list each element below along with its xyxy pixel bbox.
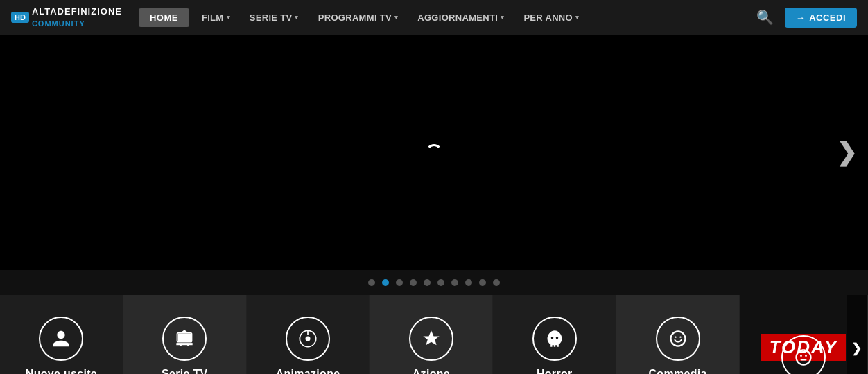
programmi-tv-chevron-icon: ▾ [394,14,398,21]
aggiornamenti-label: AGGIORNAMENTI [417,12,498,23]
slider-dot-8[interactable] [479,279,486,286]
logo-name: ALTADEFINIZIONE [32,6,122,17]
svg-point-5 [306,337,311,341]
genre-icon-thriller [781,335,826,374]
serie-tv-label: SERIE TV [250,12,293,23]
aggiornamenti-menu[interactable]: AGGIORNAMENTI ▾ [410,8,511,27]
slider-dot-4[interactable] [424,279,431,286]
genre-card-azione[interactable]: Azione [370,295,493,374]
per-anno-label: PER ANNO [523,12,573,23]
programmi-tv-menu[interactable]: PROGRAMMI TV ▾ [311,8,405,27]
slider-dot-1[interactable] [382,279,389,286]
logo: HD ALTADEFINIZIONE COMMUNITY [11,6,122,29]
programmi-tv-label: PROGRAMMI TV [318,12,392,23]
genre-row: Nuove uscite Serie TV Animazione [0,295,868,374]
genre-icon-commedia [656,317,700,361]
genre-icon-serie-tv [162,317,207,361]
genre-icon-azione [409,317,453,361]
slider-dot-6[interactable] [451,279,458,286]
logo-text-area: ALTADEFINIZIONE COMMUNITY [32,6,122,29]
logo-hd-badge: HD [11,12,29,23]
slider-dot-9[interactable] [493,279,500,286]
hero-slider: ❯ [0,35,868,270]
genre-label-nuove-uscite: Nuove uscite [26,368,97,374]
slider-dot-2[interactable] [396,279,403,286]
per-anno-chevron-icon: ▾ [575,14,579,21]
search-button[interactable]: 🔍 [751,6,779,28]
slider-dots [0,270,868,295]
slider-dot-5[interactable] [437,279,444,286]
genre-icon-horror [532,317,577,361]
genre-card-commedia[interactable]: Commedia [616,295,740,374]
per-anno-menu[interactable]: PER ANNO ▾ [517,8,586,27]
svg-point-11 [800,355,802,357]
film-menu[interactable]: FILM ▾ [195,8,237,27]
genre-row-next-arrow[interactable]: ❯ [847,295,867,374]
genre-icon-nuove-uscite [39,317,83,361]
genre-icon-animazione [286,317,330,361]
search-icon: 🔍 [756,10,774,25]
logo-community: COMMUNITY [32,19,85,28]
hero-next-button[interactable]: ❯ [836,138,857,167]
slider-dot-7[interactable] [465,279,472,286]
genre-label-animazione: Animazione [276,368,340,374]
loading-spinner [426,144,442,161]
genre-label-azione: Azione [413,368,450,374]
genre-label-commedia: Commedia [648,368,706,374]
svg-point-9 [675,337,676,338]
genre-card-serie-tv[interactable]: Serie TV [123,295,247,374]
svg-point-8 [555,337,558,339]
svg-point-12 [805,355,807,357]
accedi-icon: → [796,12,806,23]
accedi-label: ACCEDI [809,12,846,23]
genre-label-horror: Horror [537,368,573,374]
genre-card-thriller[interactable]: TODAY Thriller ❯ [740,295,868,374]
svg-point-7 [550,337,553,339]
serie-tv-menu[interactable]: SERIE TV ▾ [243,8,306,27]
film-label: FILM [202,12,224,23]
genre-card-animazione[interactable]: Animazione [247,295,370,374]
genre-card-horror[interactable]: Horror [493,295,616,374]
serie-tv-chevron-icon: ▾ [295,14,298,21]
aggiornamenti-chevron-icon: ▾ [501,14,504,21]
slider-dot-0[interactable] [368,279,375,286]
genre-label-serie-tv: Serie TV [162,368,207,374]
accedi-button[interactable]: → ACCEDI [785,8,857,28]
navbar: HD ALTADEFINIZIONE COMMUNITY HOME FILM ▾… [0,0,868,35]
genre-card-nuove-uscite[interactable]: Nuove uscite [0,295,123,374]
film-chevron-icon: ▾ [227,14,230,21]
svg-point-10 [679,337,681,338]
slider-dot-3[interactable] [410,279,417,286]
home-button[interactable]: HOME [139,8,189,27]
